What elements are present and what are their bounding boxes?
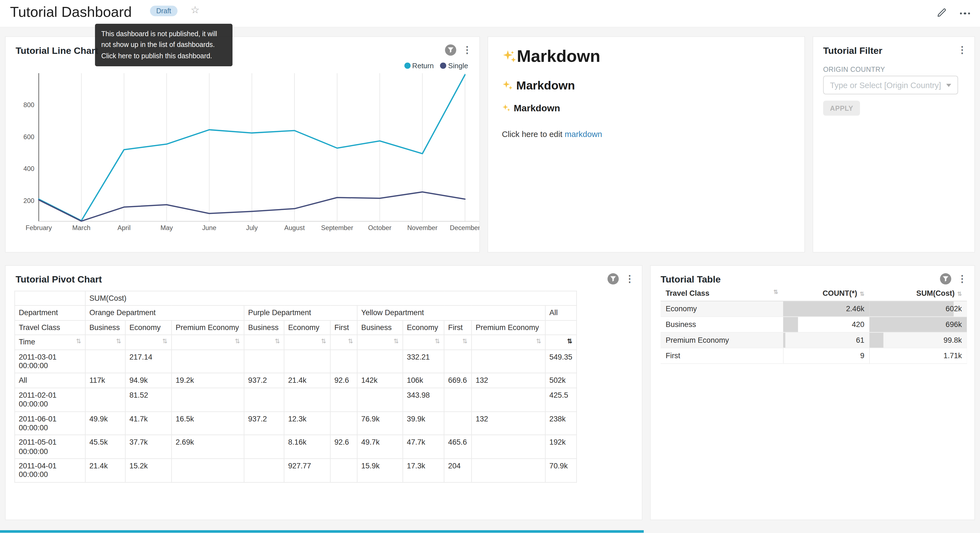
- table-row[interactable]: Premium Economy6199.8k: [660, 332, 967, 348]
- pivot-value-cell: [244, 459, 284, 482]
- pivot-value-cell: 16.5k: [172, 412, 244, 435]
- kebab-menu-icon[interactable]: ⋮: [462, 45, 472, 56]
- pivot-subcol-header: Business: [244, 320, 284, 335]
- sort-icon[interactable]: ⇅: [393, 338, 399, 345]
- pivot-value-cell: 15.2k: [125, 459, 172, 482]
- sort-icon[interactable]: ⇅: [860, 291, 864, 297]
- cell-travel-class: Business: [660, 317, 783, 332]
- sort-icon[interactable]: ⇅: [435, 338, 440, 345]
- pivot-value-cell: [357, 349, 403, 373]
- sparkles-icon: [502, 80, 516, 91]
- svg-text:July: July: [246, 224, 258, 231]
- sort-icon[interactable]: ⇅: [116, 338, 121, 345]
- cell-count: 2.46k: [783, 301, 869, 317]
- svg-text:600: 600: [24, 133, 35, 140]
- pivot-value-cell: 70.9k: [545, 459, 576, 482]
- pivot-sort-cell: ⇅: [172, 335, 244, 349]
- draft-status-badge[interactable]: Draft: [150, 6, 177, 16]
- pivot-value-cell: 343.98: [403, 388, 444, 412]
- cell-travel-class: Economy: [660, 301, 783, 317]
- kebab-menu-icon[interactable]: ⋮: [625, 273, 635, 284]
- kebab-menu-icon[interactable]: ⋮: [957, 273, 967, 284]
- pivot-value-cell: 92.6: [331, 435, 357, 459]
- sort-icon[interactable]: ⇅: [957, 291, 962, 297]
- svg-text:December: December: [450, 224, 480, 231]
- line-chart-plot[interactable]: FebruaryMarchAprilMayJuneJulyAugustSepte…: [6, 68, 480, 240]
- svg-text:November: November: [407, 224, 438, 231]
- sort-icon[interactable]: ⇅: [275, 338, 280, 345]
- pivot-row: All117k94.9k19.2k937.221.4k92.6142k106k6…: [14, 373, 576, 388]
- sort-icon[interactable]: ⇅: [162, 338, 167, 345]
- pivot-value-cell: 425.5: [545, 388, 576, 412]
- origin-country-select[interactable]: Type or Select [Origin Country]: [823, 76, 958, 94]
- pivot-group-header: Purple Department: [244, 306, 357, 320]
- sort-icon[interactable]: ⇅: [235, 338, 240, 345]
- legend-dot: [440, 62, 446, 69]
- pivot-value-cell: 132: [471, 373, 545, 388]
- pivot-value-cell: [444, 388, 472, 412]
- svg-text:October: October: [368, 224, 391, 231]
- sort-icon[interactable]: ⇅: [462, 338, 467, 345]
- cell-sum-cost: 99.8k: [869, 332, 967, 348]
- markdown-paragraph: Click here to edit markdown: [502, 129, 791, 139]
- pivot-table: SUM(Cost)DepartmentOrange DepartmentPurp…: [14, 291, 577, 483]
- markdown-edit-link[interactable]: markdown: [565, 129, 602, 139]
- ellipsis-icon[interactable]: [959, 8, 970, 19]
- pivot-col-axis-label: Department: [14, 306, 85, 320]
- select-placeholder: Type or Select [Origin Country]: [830, 80, 941, 90]
- table-row[interactable]: Business420696k: [660, 317, 967, 332]
- caret-down-icon: [946, 83, 951, 86]
- pivot-sort-cell: ⇅: [331, 335, 357, 349]
- filter-badge-icon[interactable]: [608, 273, 619, 284]
- cell-count: 61: [783, 332, 869, 348]
- svg-text:September: September: [321, 224, 353, 231]
- origin-country-label: ORIGIN COUNTRY: [823, 66, 885, 73]
- sort-icon[interactable]: ⇅: [536, 338, 541, 345]
- pivot-value-cell: 19.2k: [172, 373, 244, 388]
- table-header-travel-class[interactable]: Travel Class⇅: [660, 286, 783, 301]
- star-icon[interactable]: ☆: [191, 4, 200, 16]
- pivot-row-label: All: [14, 373, 85, 388]
- pivot-sort-cell: ⇅: [85, 335, 125, 349]
- apply-filter-button[interactable]: APPLY: [823, 101, 860, 116]
- svg-text:June: June: [202, 224, 216, 231]
- markdown-paragraph-text: Click here to edit: [502, 129, 565, 139]
- markdown-h3-text: Markdown: [514, 102, 560, 113]
- sort-icon[interactable]: ⇅: [773, 289, 778, 295]
- sort-icon[interactable]: ⇅: [76, 338, 81, 345]
- kebab-menu-icon[interactable]: ⋮: [957, 45, 967, 56]
- pivot-row-label: 2011-06-01 00:00:00: [14, 412, 85, 435]
- pivot-value-cell: 49.7k: [357, 435, 403, 459]
- filter-badge-icon[interactable]: [445, 45, 456, 56]
- pivot-value-cell: 21.4k: [85, 459, 125, 482]
- publish-tooltip[interactable]: This dashboard is not published, it will…: [95, 24, 232, 66]
- pivot-value-cell: 94.9k: [125, 373, 172, 388]
- pivot-value-cell: [331, 412, 357, 435]
- pivot-value-cell: [85, 349, 125, 373]
- pivot-row: 2011-02-01 00:00:0081.52343.98425.5: [14, 388, 576, 412]
- cell-count: 9: [783, 348, 869, 364]
- pivot-value-cell: 238k: [545, 412, 576, 435]
- pivot-value-cell: 927.77: [284, 459, 331, 482]
- row-resize-indicator[interactable]: [0, 530, 644, 533]
- pivot-value-cell: 15.9k: [357, 459, 403, 482]
- table-row[interactable]: First91.71k: [660, 348, 967, 364]
- table-header-sum-cost[interactable]: SUM(Cost)⇅: [869, 286, 967, 301]
- table-row[interactable]: Economy2.46k602k: [660, 301, 967, 317]
- markdown-h3: Markdown: [502, 102, 791, 113]
- table-header-count[interactable]: COUNT(*)⇅: [783, 286, 869, 301]
- sort-icon[interactable]: ⇅: [321, 338, 326, 345]
- pivot-value-cell: 92.6: [331, 373, 357, 388]
- cell-count: 420: [783, 317, 869, 332]
- filter-badge-icon[interactable]: [940, 273, 951, 284]
- pivot-value-cell: [331, 349, 357, 373]
- table-chart-card: Tutorial Table ⋮ Travel Class⇅COUNT(*)⇅S…: [650, 265, 975, 520]
- pencil-icon[interactable]: [937, 7, 947, 20]
- pivot-value-cell: [244, 349, 284, 373]
- pivot-value-cell: 502k: [545, 373, 576, 388]
- pivot-value-cell: 12.3k: [284, 412, 331, 435]
- cell-sum-cost: 1.71k: [869, 348, 967, 364]
- sort-icon[interactable]: ⇅: [567, 338, 572, 345]
- pivot-value-cell: [172, 349, 244, 373]
- sort-icon[interactable]: ⇅: [348, 338, 353, 345]
